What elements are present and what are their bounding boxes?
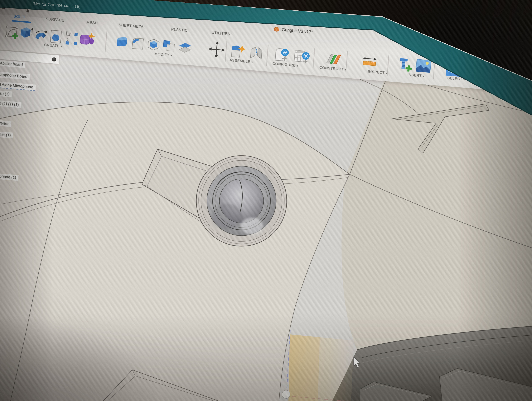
titlebar-and-bezel: (Not for Commercial Use) <box>0 0 532 123</box>
sketch-origin-point[interactable] <box>282 390 290 399</box>
speaker-driver <box>196 155 287 246</box>
monitor-photo: ▾ ▾ Gunghir V3 v17* SOLID SURFACE MESH <box>0 0 532 401</box>
sketch-highlight-region <box>288 334 354 401</box>
